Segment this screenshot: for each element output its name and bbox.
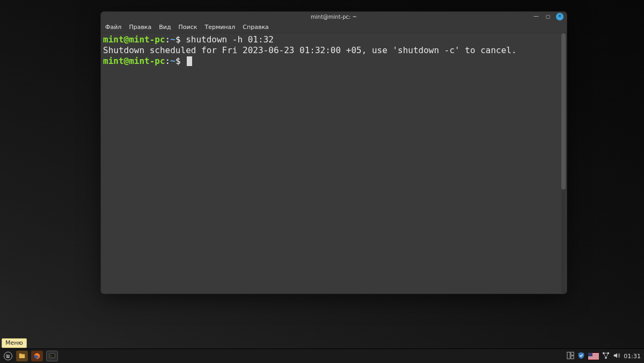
menu-tooltip: Меню — [2, 338, 27, 348]
tray-tiling-icon[interactable] — [567, 352, 574, 361]
taskbar-firefox[interactable] — [31, 351, 43, 361]
svg-rect-6 — [571, 355, 574, 358]
terminal-window: mint@mint-pc: ~ Файл Правка Вид Поиск Те… — [101, 12, 567, 294]
taskbar-right: 01:31 — [567, 352, 641, 361]
tiling-icon — [567, 352, 574, 359]
network-icon — [602, 352, 610, 359]
tray-clock[interactable]: 01:31 — [624, 353, 641, 360]
prompt-path-2: ~ — [170, 56, 175, 66]
menu-file[interactable]: Файл — [105, 24, 121, 31]
terminal-body[interactable]: mint@mint-pc:~$ shutdown -h 01:32 Shutdo… — [101, 33, 567, 294]
maximize-button[interactable] — [544, 13, 552, 20]
volume-icon — [613, 352, 620, 359]
tray-network-icon[interactable] — [602, 352, 610, 361]
prompt-sep: : — [165, 34, 171, 45]
shield-icon — [577, 352, 585, 359]
taskbar: >_ 01:31 — [0, 349, 644, 363]
prompt-dollar-2: $ — [175, 56, 186, 66]
window-titlebar[interactable]: mint@mint-pc: ~ — [101, 12, 567, 21]
minimize-button[interactable] — [532, 13, 540, 20]
svg-rect-4 — [567, 352, 570, 358]
prompt-dollar: $ — [175, 34, 186, 45]
terminal-scrollbar[interactable] — [561, 33, 566, 294]
menu-help[interactable]: Справка — [243, 24, 268, 31]
scrollbar-thumb[interactable] — [561, 33, 566, 190]
tray-volume-icon[interactable] — [613, 352, 620, 361]
folder-icon — [18, 352, 26, 360]
mint-logo-icon — [4, 352, 12, 360]
prompt-user-2: mint@mint-pc — [103, 56, 165, 66]
menu-terminal[interactable]: Терминал — [204, 24, 235, 31]
menu-edit[interactable]: Правка — [129, 24, 151, 31]
tray-keyboard-layout[interactable] — [588, 353, 599, 360]
prompt-path: ~ — [170, 34, 175, 45]
window-controls — [532, 13, 564, 20]
close-button[interactable] — [556, 13, 564, 20]
menu-button[interactable] — [3, 351, 13, 361]
terminal-command: shutdown -h 01:32 — [186, 34, 274, 45]
tray-update-icon[interactable] — [577, 352, 585, 361]
taskbar-terminal[interactable]: >_ — [46, 351, 58, 361]
svg-rect-5 — [571, 352, 574, 354]
terminal-icon: >_ — [48, 352, 56, 360]
menu-view[interactable]: Вид — [159, 24, 171, 31]
window-title: mint@mint-pc: ~ — [311, 14, 357, 20]
taskbar-files[interactable] — [16, 351, 28, 361]
terminal-cursor — [187, 56, 192, 66]
terminal-output: Shutdown scheduled for Fri 2023-06-23 01… — [103, 45, 517, 55]
menu-search[interactable]: Поиск — [179, 24, 197, 31]
menubar: Файл Правка Вид Поиск Терминал Справка — [101, 21, 567, 33]
prompt-user: mint@mint-pc — [103, 34, 165, 45]
firefox-icon — [33, 352, 41, 360]
prompt-sep-2: : — [165, 56, 171, 66]
taskbar-left: >_ — [3, 351, 58, 361]
